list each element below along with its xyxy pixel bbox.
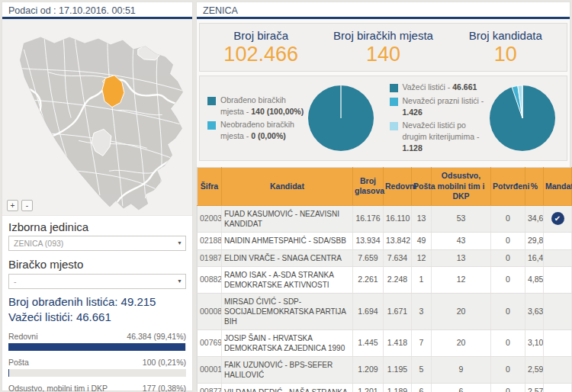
cell-num: 13.934 [353, 232, 384, 249]
polling-station-label: Biračko mjesto [8, 258, 186, 271]
progress-label: Redovni [8, 332, 38, 341]
legend-swatch-icon [390, 122, 398, 130]
region-title: ZENICA [197, 2, 570, 19]
progress-fill [8, 343, 185, 351]
table-row: 00008MIRSAD ĆIVIĆ - SDP-SOCIJALDEMOKRATS… [198, 294, 572, 330]
legend-swatch-icon [207, 97, 216, 105]
table-row: 02188NAIDIN AHMETSPAHIĆ - SDA/SBB13.9341… [198, 232, 572, 249]
cell-mandate [544, 249, 572, 267]
progress-track [8, 343, 186, 351]
electoral-unit-select[interactable]: ZENICA (093) ▼ [8, 236, 186, 251]
left-controls: Izborna jedinica ZENICA (093) ▼ Biračko … [2, 216, 192, 392]
cell-num: 9 [432, 357, 491, 384]
cell-num: 43 [432, 232, 491, 249]
column-header: Redovni [384, 168, 412, 206]
cell-num: 12 [432, 267, 491, 294]
legend-item: Nevažeći prazni listići - 1.426 [390, 95, 488, 118]
progress-head: Redovni46.384 (99,41%) [8, 332, 186, 341]
electoral-unit-label: Izborna jedinica [8, 220, 186, 233]
cell-num: 3,63 [525, 294, 544, 330]
chevron-down-icon: ▼ [177, 275, 182, 288]
cell-num: 1.195 [384, 357, 412, 384]
legend-swatch-icon [390, 84, 398, 92]
stations-legend: Obrađeno biračkih mjesta - 140 (100,00%)… [201, 93, 306, 144]
stat-value: 102.466 [200, 43, 322, 66]
progress-head: Pošta100 (0,21%) [8, 358, 186, 367]
progress-row: Odsustvo, mobilni tim i DKP177 (0,38%) [8, 384, 186, 392]
progress-value: 46.384 (99,41%) [127, 332, 186, 341]
cell-num: 1.671 [384, 294, 412, 330]
cell-mandate [544, 294, 572, 330]
cell-num: 16.110 [384, 205, 412, 232]
map: +- [2, 19, 192, 216]
table-row: 00877VILDANA DEDIĆ - NAŠA STRANKA1.2011.… [198, 384, 572, 392]
country-shape [20, 37, 182, 210]
legend-label: Obrađeno biračkih mjesta - 140 (100,00%) [220, 95, 306, 117]
legend-item: Nevažeći listići po drugim kriterijumima… [390, 120, 488, 155]
electoral-unit-selected-value: ZENICA (093) [14, 239, 63, 248]
legend-label: Nevažeći listići po drugim kriterijumima… [403, 120, 488, 155]
progress-value: 100 (0,21%) [143, 358, 186, 367]
results-table-head-row: ŠifraKandidatBroj glasovaRedovniPoštaOds… [198, 168, 572, 206]
table-row: 02003FUAD KASUMOVIĆ - NEZAVISNI KANDIDAT… [198, 205, 572, 232]
cell-num: 0 [491, 330, 525, 357]
legend-label: Važeći listići - 46.661 [403, 82, 477, 93]
results-table-body: 02003FUAD KASUMOVIĆ - NEZAVISNI KANDIDAT… [198, 205, 572, 392]
cell-mandate [544, 357, 572, 384]
stations-pie-chart [306, 83, 376, 153]
polling-station-select[interactable]: - ▼ [8, 274, 186, 289]
processed-ballots-total: Broj obrađenih listića: 49.215 [8, 294, 186, 310]
legend-label: Neobrađeno biračkih mjesta - 0 (0,00%) [220, 119, 306, 142]
cell-num: 1.694 [353, 294, 384, 330]
cell-num: 6 [432, 384, 491, 392]
stat-polling-stations: Broj biračkih mjesta 140 [322, 29, 444, 66]
stat-label: Broj birača [200, 29, 322, 42]
cell-num: 1 [412, 267, 432, 294]
ballots-legend: Važeći listići - 46.661Nevažeći prazni l… [384, 80, 488, 156]
cell-code: 00877 [198, 384, 222, 392]
stat-voters: Broj birača 102.466 [200, 29, 322, 66]
cell-num: 1.418 [384, 330, 412, 357]
progress-value: 177 (0,38%) [143, 384, 186, 392]
mandate-check-icon: ✔ [551, 212, 564, 225]
cell-mandate [544, 330, 572, 357]
cell-num: 1.201 [353, 384, 384, 392]
map-region-brcko [138, 44, 161, 60]
cell-num: 5 [412, 357, 432, 384]
table-row: 00769JOSIP ŠAIN - HRVATSKA DEMOKRATSKA Z… [198, 330, 572, 357]
cell-name: ELDIN VRAČE - SNAGA CENTRA [222, 249, 353, 267]
progress-row: Redovni46.384 (99,41%) [8, 332, 186, 351]
data-timestamp: Podaci od : 17.10.2016. 00:51 [2, 2, 192, 19]
cell-num: 3,10 [525, 330, 544, 357]
stat-label: Broj kandidata [445, 29, 567, 42]
valid-ballots-total: Važeći listići: 46.661 [8, 310, 186, 325]
cell-num: 7.659 [353, 249, 384, 267]
cell-num: 0 [491, 294, 525, 330]
results-table: ŠifraKandidatBroj glasovaRedovniPoštaOds… [197, 167, 572, 392]
legend-item: Važeći listići - 46.661 [390, 82, 488, 93]
map-zoom-out-button[interactable]: - [21, 200, 33, 211]
cell-num: 6 [412, 384, 432, 392]
cell-num: 2,57 [525, 384, 544, 392]
column-header: Šifra [198, 168, 222, 206]
table-row: 00001FAIK UZUNOVIĆ - BPS-SEFER HALILOVIĆ… [198, 357, 572, 384]
map-zoom-controls: +- [7, 198, 36, 212]
cell-name: JOSIP ŠAIN - HRVATSKA DEMOKRATSKA ZAJEDN… [222, 330, 353, 357]
cell-name: RAMO ISAK - A-SDA STRANKA DEMOKRATSKE AK… [222, 267, 353, 294]
ballots-chart: Važeći listići - 46.661Nevažeći prazni l… [384, 79, 566, 157]
column-header: Pošta [412, 168, 432, 206]
map-zoom-in-button[interactable]: + [7, 200, 18, 211]
cell-num: 7.634 [384, 249, 412, 267]
legend-swatch-icon [207, 121, 216, 130]
cell-mandate [544, 267, 572, 294]
cell-num: 1.189 [384, 384, 412, 392]
cell-num: 16.176 [353, 205, 384, 232]
cell-num: 20 [432, 294, 491, 330]
polling-station-selected-value: - [14, 277, 17, 286]
chevron-down-icon: ▼ [177, 236, 182, 250]
legend-swatch-icon [390, 98, 398, 106]
cell-num: 13.842 [384, 232, 412, 249]
cell-mandate [544, 384, 572, 392]
table-row: 00882RAMO ISAK - A-SDA STRANKA DEMOKRATS… [198, 267, 572, 294]
cell-code: 02003 [198, 205, 222, 232]
